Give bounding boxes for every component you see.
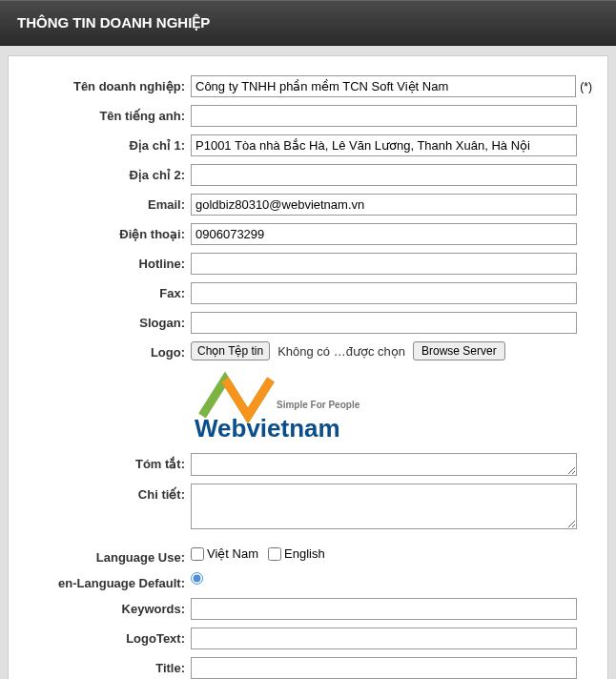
label-langdefault: en-Language Default:	[24, 572, 191, 590]
logo-preview: Simple For People Webvietnam	[191, 368, 592, 447]
label-detail: Chi tiết:	[24, 484, 191, 502]
label-addr2: Địa chỉ 2:	[24, 164, 191, 182]
logo-tagline: Simple For People	[277, 400, 360, 410]
label-hotline: Hotline:	[24, 253, 191, 271]
label-enname: Tên tiếng anh:	[24, 105, 191, 123]
form-panel: Tên doanh nghiệp: (*) Tên tiếng anh: Địa…	[8, 55, 608, 679]
slogan-input[interactable]	[191, 312, 577, 334]
lang-default-radio[interactable]	[191, 572, 203, 585]
label-addr1: Địa chỉ 1:	[24, 134, 191, 153]
title-input[interactable]	[191, 657, 577, 679]
label-company: Tên doanh nghiệp:	[24, 75, 191, 93]
lang-english-label[interactable]: English	[268, 546, 325, 561]
lang-vietnam-label[interactable]: Việt Nam	[191, 546, 258, 561]
label-logo: Logo:	[24, 341, 191, 360]
page-header: THÔNG TIN DOANH NGHIỆP	[0, 0, 616, 46]
phone-input[interactable]	[191, 223, 577, 245]
detail-textarea[interactable]	[191, 484, 577, 529]
label-languse: Language Use:	[24, 546, 191, 565]
label-fax: Fax:	[24, 282, 191, 300]
browse-server-button[interactable]: Browse Server	[413, 341, 505, 360]
company-input[interactable]	[191, 75, 576, 97]
label-phone: Điện thoại:	[24, 223, 191, 241]
email-input[interactable]	[191, 194, 577, 216]
lang-english-checkbox[interactable]	[268, 547, 281, 561]
label-title: Title:	[24, 657, 191, 675]
label-keywords: Keywords:	[24, 598, 191, 616]
label-email: Email:	[24, 194, 191, 212]
summary-textarea[interactable]	[191, 453, 577, 476]
hotline-input[interactable]	[191, 253, 577, 275]
page-title: THÔNG TIN DOANH NGHIỆP	[17, 14, 210, 31]
lang-vietnam-checkbox[interactable]	[191, 547, 204, 561]
addr1-input[interactable]	[191, 134, 577, 156]
addr2-input[interactable]	[191, 164, 577, 186]
fax-input[interactable]	[191, 282, 577, 304]
label-logotext: LogoText:	[24, 628, 191, 646]
enname-input[interactable]	[191, 105, 577, 127]
label-slogan: Slogan:	[24, 312, 191, 330]
required-mark: (*)	[580, 80, 592, 93]
no-file-text: Không có …được chọn	[277, 344, 405, 359]
label-summary: Tóm tắt:	[24, 453, 191, 471]
logotext-input[interactable]	[191, 628, 577, 649]
logo-brand: Webvietnam	[195, 414, 340, 442]
keywords-input[interactable]	[191, 598, 577, 620]
choose-file-button[interactable]: Chọn Tệp tin	[191, 341, 270, 360]
